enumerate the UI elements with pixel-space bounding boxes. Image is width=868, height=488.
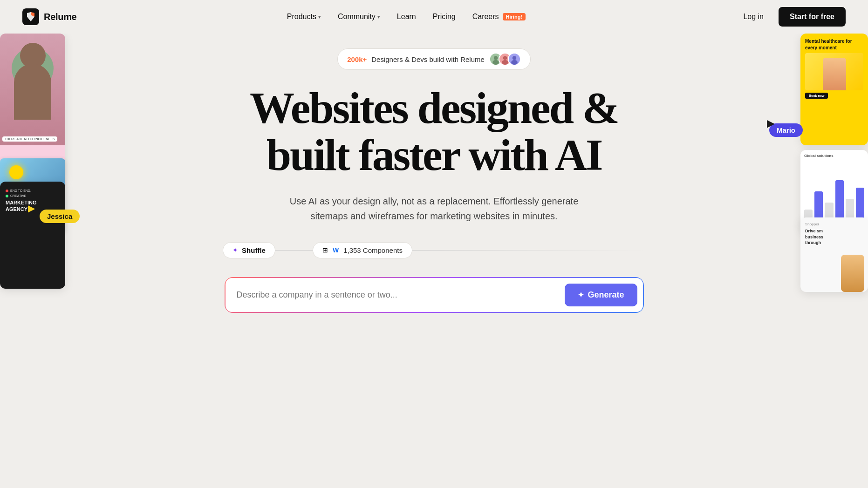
components-pill: ⊞ W 1,353 Components [313,242,412,258]
svg-point-8 [513,56,517,60]
generate-input[interactable] [237,290,560,300]
hero-heading: Websites designed & built faster with AI [250,85,618,179]
nav-link-products[interactable]: Products ▾ [280,9,328,25]
bar-divider [412,250,645,251]
start-free-button[interactable]: Start for free [779,7,846,27]
nav-links: Products ▾ Community ▾ Learn Pricing Car… [280,9,533,25]
nav-link-careers[interactable]: Careers Hiring! [465,9,533,25]
nav-item-products[interactable]: Products ▾ [280,9,328,25]
nav-actions: Log in Start for free [736,7,846,27]
nav-link-pricing[interactable]: Pricing [425,9,463,25]
chevron-down-icon: ▾ [318,14,321,20]
generate-button[interactable]: ✦ Generate [565,284,637,306]
avatar-group [489,53,521,66]
shuffle-divider [275,250,313,251]
hiring-badge: Hiring! [503,13,526,20]
nav-link-learn[interactable]: Learn [390,9,424,25]
logo[interactable]: Relume [22,8,76,25]
svg-point-9 [511,60,518,65]
nav-item-community[interactable]: Community ▾ [330,9,388,25]
figma-icon: ⊞ [322,246,328,254]
webflow-icon: W [333,246,339,254]
svg-point-2 [494,56,498,60]
hero-section: 200k+ Designers & Devs build with Relume [0,34,868,313]
cursor-jessica-arrow: ▶ [28,203,35,214]
jessica-cursor-label: Jessica [40,210,80,223]
nav-item-careers[interactable]: Careers Hiring! [465,9,533,25]
login-button[interactable]: Log in [736,9,771,25]
components-count: 1,353 Components [343,246,403,254]
nav-link-community[interactable]: Community ▾ [330,9,388,25]
logo-text: Relume [44,12,76,22]
shuffle-label: Shuffle [242,246,266,254]
svg-point-6 [502,60,508,65]
shuffle-pill[interactable]: ✦ Shuffle [223,242,275,258]
generate-box-wrapper: ✦ Generate [225,277,644,313]
cursor-mario-arrow: ▶ [767,117,775,129]
logo-icon [22,8,39,25]
svg-point-3 [492,60,499,65]
navbar: Relume Products ▾ Community ▾ Learn Pric… [0,0,868,34]
generate-section: ✦ Generate [225,277,644,313]
social-proof-count: 200k+ [347,55,367,63]
chevron-down-icon-community: ▾ [377,14,380,20]
avatar-3 [508,53,521,66]
social-proof-text: Designers & Devs build with Relume [371,55,485,63]
nav-item-pricing[interactable]: Pricing [425,9,463,25]
generate-star-icon: ✦ [578,291,584,299]
shuffle-icon: ✦ [232,246,238,254]
social-proof-banner: 200k+ Designers & Devs build with Relume [337,48,531,70]
nav-item-learn[interactable]: Learn [390,9,424,25]
hero-subtext: Use AI as your design ally, not as a rep… [276,194,593,224]
shuffle-components-bar: ✦ Shuffle ⊞ W 1,353 Components [223,242,645,258]
svg-point-5 [503,56,507,60]
generate-box: ✦ Generate [226,278,643,312]
